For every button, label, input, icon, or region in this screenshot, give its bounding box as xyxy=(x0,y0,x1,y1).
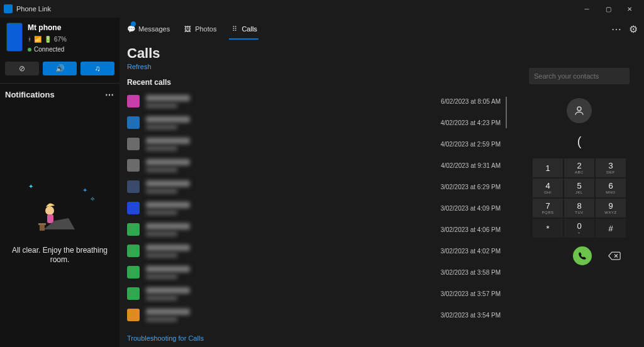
tab-messages-label: Messages xyxy=(138,25,170,33)
tab-photos[interactable]: 🖼 Photos xyxy=(182,23,218,36)
key-7[interactable]: 7PQRS xyxy=(533,199,563,218)
call-name xyxy=(146,159,190,165)
call-row[interactable]: 3/02/2023 at 4:09 PM xyxy=(127,197,507,219)
svg-rect-3 xyxy=(38,223,46,225)
tab-calls[interactable]: ⠿ Calls xyxy=(229,23,258,36)
title-bar: Phone Link ─ ▢ ✕ xyxy=(0,0,644,18)
call-time: 4/02/2023 at 4:23 PM xyxy=(440,119,507,126)
call-avatar xyxy=(127,202,140,214)
more-menu-button[interactable]: ⋯ xyxy=(611,23,621,35)
call-name xyxy=(146,202,190,208)
call-time: 4/02/2023 at 2:59 PM xyxy=(440,141,507,148)
key-5[interactable]: 5JKL xyxy=(564,179,594,197)
call-sub xyxy=(146,103,177,108)
device-status: Connected xyxy=(34,45,64,54)
call-name xyxy=(146,287,190,294)
backspace-button[interactable] xyxy=(608,251,621,260)
call-row[interactable]: 3/02/2023 at 3:54 PM xyxy=(127,304,507,326)
call-avatar xyxy=(127,245,140,257)
photos-icon: 🖼 xyxy=(184,25,192,33)
call-name xyxy=(146,95,190,101)
troubleshoot-link[interactable]: Troubleshooting for Calls xyxy=(127,331,507,347)
device-meta: ᚼ 📶 🔋 67% xyxy=(28,35,67,44)
refresh-link[interactable]: Refresh xyxy=(127,63,507,70)
empty-message: All clear. Enjoy the breathing room. xyxy=(10,246,109,265)
call-row[interactable]: 4/02/2023 at 2:59 PM xyxy=(127,133,507,155)
battery-percent: 67% xyxy=(54,35,67,44)
tab-photos-label: Photos xyxy=(195,25,216,33)
call-button[interactable] xyxy=(573,246,592,265)
dial-keypad: 12ABC3DEF4GHI5JKL6MNO7PQRS8TUV9WXYZ*0+# xyxy=(522,158,636,238)
call-sub xyxy=(146,189,177,194)
call-sub xyxy=(146,253,177,258)
tab-messages[interactable]: 💬 Messages xyxy=(126,23,171,36)
app-icon xyxy=(4,4,13,13)
device-name: Mt phone xyxy=(28,23,67,33)
call-row[interactable]: 4/02/2023 at 9:31 AM xyxy=(127,155,507,176)
scrollbar[interactable] xyxy=(506,97,507,128)
call-name xyxy=(146,180,190,187)
call-avatar xyxy=(127,138,140,150)
key-1[interactable]: 1 xyxy=(533,158,563,177)
messages-badge xyxy=(131,21,136,26)
app-title: Phone Link xyxy=(16,5,51,13)
status-dot-icon xyxy=(28,48,31,52)
call-name xyxy=(146,245,190,251)
call-sub xyxy=(146,295,177,300)
call-avatar xyxy=(127,180,140,193)
key-*[interactable]: * xyxy=(533,219,563,238)
quick-actions: ⊘ 🔊 ♫ xyxy=(5,62,114,75)
call-avatar xyxy=(127,223,140,236)
call-avatar xyxy=(127,95,140,107)
call-row[interactable]: 3/02/2023 at 4:06 PM xyxy=(127,219,507,240)
page-title: Calls xyxy=(127,45,507,62)
key-0[interactable]: 0+ xyxy=(564,219,594,238)
dnd-button[interactable]: ⊘ xyxy=(5,62,39,75)
maximize-button[interactable]: ▢ xyxy=(597,0,619,18)
call-row[interactable]: 3/02/2023 at 3:57 PM xyxy=(127,283,507,304)
key-6[interactable]: 6MNO xyxy=(596,179,626,197)
close-button[interactable]: ✕ xyxy=(619,0,640,18)
call-row[interactable]: 3/02/2023 at 4:02 PM xyxy=(127,240,507,262)
call-row[interactable]: 3/02/2023 at 6:29 PM xyxy=(127,176,507,197)
call-time: 3/02/2023 at 4:06 PM xyxy=(440,226,507,233)
call-sub xyxy=(146,231,177,236)
battery-icon: 🔋 xyxy=(44,35,52,44)
key-4[interactable]: 4GHI xyxy=(533,179,563,197)
call-time: 3/02/2023 at 3:57 PM xyxy=(440,290,507,297)
call-avatar xyxy=(127,309,140,321)
call-row[interactable]: 4/02/2023 at 4:23 PM xyxy=(127,112,507,133)
call-name xyxy=(146,138,190,144)
settings-icon[interactable]: ⚙ xyxy=(629,23,638,35)
bluetooth-icon: ᚼ xyxy=(28,35,31,44)
key-9[interactable]: 9WXYZ xyxy=(596,199,626,218)
call-sub xyxy=(146,274,177,279)
recent-calls-list: 6/02/2023 at 8:05 AM 4/02/2023 at 4:23 P… xyxy=(127,91,507,331)
notifications-more-button[interactable]: ⋯ xyxy=(105,90,114,100)
key-2[interactable]: 2ABC xyxy=(564,158,594,177)
key-8[interactable]: 8TUV xyxy=(564,199,594,218)
call-time: 3/02/2023 at 4:09 PM xyxy=(440,205,507,212)
call-time: 3/02/2023 at 6:29 PM xyxy=(440,184,507,190)
call-avatar xyxy=(127,266,140,278)
call-time: 4/02/2023 at 9:31 AM xyxy=(441,162,507,169)
contact-avatar-icon xyxy=(567,98,592,123)
key-3[interactable]: 3DEF xyxy=(596,158,626,177)
svg-rect-2 xyxy=(40,224,45,231)
dial-display: ( xyxy=(522,135,636,150)
minimize-button[interactable]: ─ xyxy=(576,0,597,18)
audio-button[interactable]: 🔊 xyxy=(43,62,77,75)
call-avatar xyxy=(127,287,140,300)
top-tabs: 💬 Messages 🖼 Photos ⠿ Calls ⋯ ⚙ xyxy=(119,18,644,40)
call-row[interactable]: 6/02/2023 at 8:05 AM xyxy=(127,91,507,112)
call-sub xyxy=(146,317,177,322)
search-contacts-input[interactable] xyxy=(529,68,630,84)
call-row[interactable]: 3/02/2023 at 3:58 PM xyxy=(127,262,507,283)
device-card[interactable]: Mt phone ᚼ 📶 🔋 67% Connected xyxy=(5,20,114,59)
tab-calls-label: Calls xyxy=(242,25,257,33)
key-#[interactable]: # xyxy=(596,219,626,238)
call-sub xyxy=(146,146,177,151)
wifi-icon: 📶 xyxy=(34,35,42,44)
music-button[interactable]: ♫ xyxy=(80,62,114,75)
call-time: 3/02/2023 at 3:58 PM xyxy=(440,269,507,276)
